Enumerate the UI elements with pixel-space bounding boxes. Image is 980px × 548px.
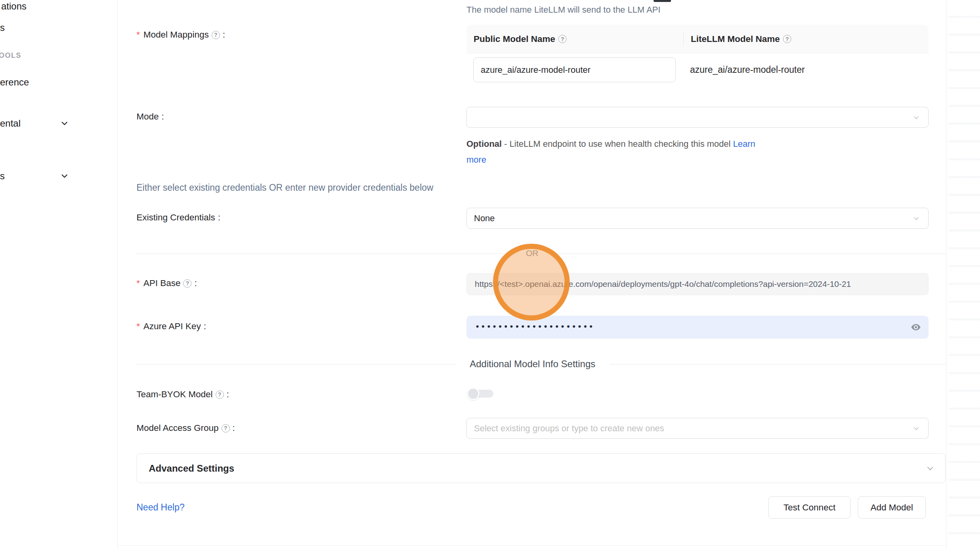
required-asterisk: * [136,278,140,288]
info-divider-text: Additional Model Info Settings [457,358,608,370]
chevron-down-icon [926,465,934,472]
advanced-settings-panel[interactable]: Advanced Settings [136,453,946,483]
model-access-group-label: Model Access Group ? : [136,423,235,433]
existing-credentials-label: Existing Credentials : [136,212,220,223]
azure-api-key-label: * Azure API Key : [136,321,206,332]
or-divider-line-right [549,254,946,254]
model-mappings-table: Public Model Name ? LiteLLM Model Name ?… [466,25,929,89]
model-access-group-select[interactable]: Select existing groups or type to create… [466,418,929,439]
need-help-link[interactable]: Need Help? [136,502,184,513]
sidebar-item-fragment-erence[interactable]: erence [0,77,29,88]
sidebar-section-tools: OOLS [0,51,21,60]
model-name-note: The model name LiteLLM will send to the … [466,5,660,15]
api-base-label: * API Base ? : [136,278,197,288]
sidebar-item-fragment-s2[interactable]: s [0,171,5,182]
column-header-public-model-name: Public Model Name ? [466,34,683,44]
help-icon[interactable]: ? [783,35,791,43]
team-byok-toggle[interactable] [467,387,495,400]
chevron-down-icon [60,119,69,128]
sidebar-item-fragment-s[interactable]: s [0,22,5,33]
table-header-row: Public Model Name ? LiteLLM Model Name ? [466,25,929,53]
chevron-down-icon [913,215,919,222]
sidebar-nav: ations s OOLS erence ental s [0,0,118,548]
table-row: azure_ai/azure-model-router [466,53,929,89]
cropped-element-fragment [654,0,671,2]
info-divider-line-right [610,364,946,364]
or-divider-text: OR [516,248,548,258]
info-divider-line-left [136,364,455,364]
required-asterisk: * [136,321,140,332]
eye-icon[interactable] [910,322,921,333]
background-skeleton-right [949,0,980,548]
help-icon[interactable]: ? [183,279,191,288]
mode-label: Mode : [136,112,164,122]
panel-bottom-border [118,545,946,546]
azure-api-key-input[interactable]: ••••••••••••••••••••• [466,316,929,339]
sidebar-item-fragment-ental[interactable]: ental [0,118,21,129]
learn-more-link[interactable]: Learn [733,139,755,149]
add-model-button[interactable]: Add Model [858,496,926,519]
column-header-litellm-model-name: LiteLLM Model Name ? [683,34,791,44]
credentials-note: Either select existing credentials OR en… [136,182,433,193]
masked-api-key: ••••••••••••••••••••• [476,322,595,331]
mode-help-text: Optional - LiteLLM endpoint to use when … [466,136,795,168]
public-model-name-input[interactable] [473,57,676,82]
chevron-down-icon [913,114,919,121]
help-icon[interactable]: ? [222,424,230,432]
existing-credentials-value: None [474,213,495,224]
header-column-divider [683,32,684,46]
panel-right-border [946,0,946,548]
advanced-settings-title: Advanced Settings [149,463,234,474]
model-access-group-placeholder: Select existing groups or type to create… [474,423,664,434]
team-byok-label: Team-BYOK Model ? : [136,389,229,400]
or-divider-line-left [136,254,516,254]
model-mappings-label: * Model Mappings ? : [136,30,225,40]
mode-select[interactable] [466,107,929,128]
help-icon[interactable]: ? [212,31,220,39]
chevron-down-icon [60,172,69,180]
required-asterisk: * [136,30,140,40]
test-connect-button[interactable]: Test Connect [768,496,851,519]
api-base-value: https://<test>.openai.azure.com/openai/d… [475,279,851,289]
help-icon[interactable]: ? [558,35,567,43]
add-model-page: ations s OOLS erence ental s The model n… [0,0,980,548]
help-icon[interactable]: ? [216,391,224,399]
litellm-model-name-value: azure_ai/azure-model-router [690,53,805,87]
api-base-input[interactable]: https://<test>.openai.azure.com/openai/d… [466,273,929,295]
learn-more-link[interactable]: more [466,155,486,165]
chevron-down-icon [913,425,919,432]
existing-credentials-select[interactable]: None [466,208,929,229]
sidebar-item-fragment-ations[interactable]: ations [1,1,27,12]
